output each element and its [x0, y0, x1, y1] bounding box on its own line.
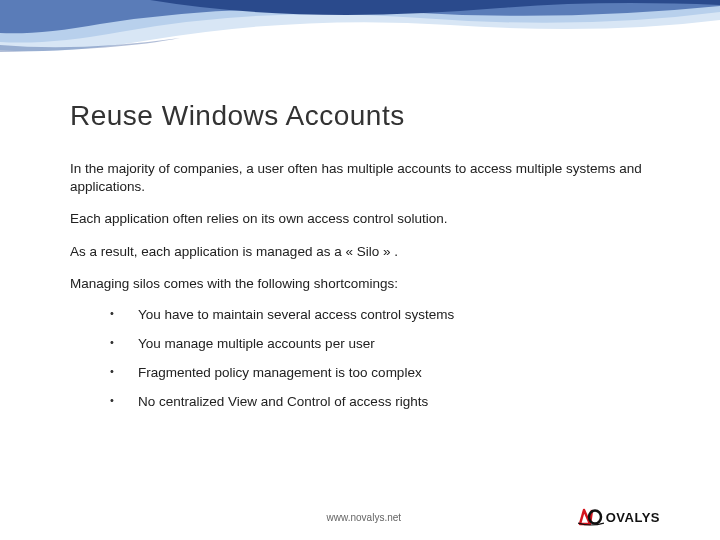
paragraph: Each application often relies on its own… [70, 210, 650, 228]
paragraph: Managing silos comes with the following … [70, 275, 650, 293]
slide-content: Reuse Windows Accounts In the majority o… [0, 0, 720, 409]
bullet-item: Fragmented policy management is too comp… [110, 365, 650, 380]
paragraph: In the majority of companies, a user oft… [70, 160, 650, 196]
footer-url: www.novalys.net [327, 512, 401, 523]
slide-footer: www.novalys.net OVALYS [0, 508, 720, 526]
bullet-item: You manage multiple accounts per user [110, 336, 650, 351]
logo-text: OVALYS [606, 510, 660, 525]
bullet-item: No centralized View and Control of acces… [110, 394, 650, 409]
bullet-list: You have to maintain several access cont… [110, 307, 650, 409]
bullet-item: You have to maintain several access cont… [110, 307, 650, 322]
novalys-logo: OVALYS [578, 508, 660, 526]
logo-mark-icon [578, 508, 604, 526]
slide-title: Reuse Windows Accounts [70, 100, 650, 132]
paragraph: As a result, each application is managed… [70, 243, 650, 261]
